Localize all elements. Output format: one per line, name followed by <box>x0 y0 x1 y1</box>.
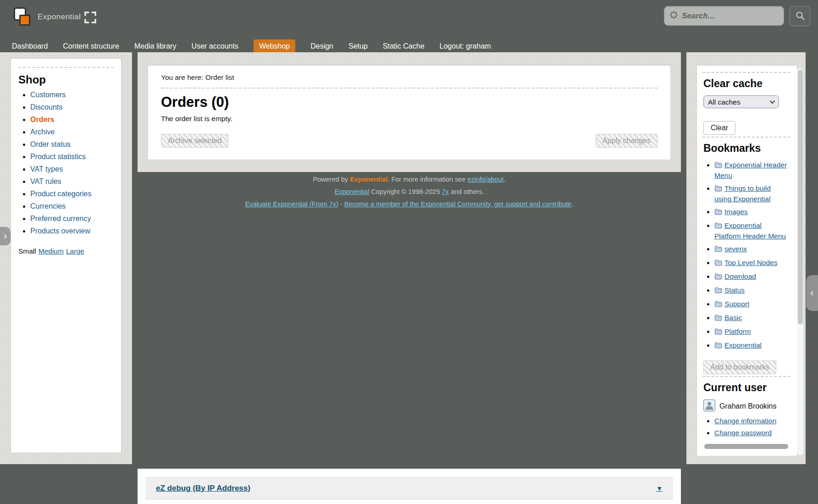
list-item: Platform <box>714 327 788 337</box>
fullscreen-icon[interactable] <box>84 11 97 24</box>
right-collapse-tab[interactable]: ‹ <box>806 275 818 311</box>
evaluate-link[interactable]: Evaluate Exponential (From 7x) <box>245 200 338 208</box>
nav-item-dashboard[interactable]: Dashboard <box>12 39 48 53</box>
sidebar-item-discounts[interactable]: Discounts <box>30 103 62 111</box>
list-item: VAT types <box>30 165 115 173</box>
search-input[interactable] <box>682 11 778 21</box>
bookmark-link[interactable]: Status <box>724 286 745 294</box>
size-medium-link[interactable]: Medium <box>39 247 64 255</box>
right-sidebar: Clear cache All caches Clear Bookmarks E… <box>696 65 797 456</box>
current-user-links: Change information Change password <box>714 417 788 437</box>
nav-item-logout[interactable]: Logout: graham <box>440 39 491 53</box>
folder-icon <box>714 208 722 217</box>
bookmark-link[interactable]: sevenx <box>724 245 747 253</box>
sidebar-item-product-statistics[interactable]: Product statistics <box>30 153 86 161</box>
vertical-scrollbar-thumb[interactable] <box>798 70 803 324</box>
bookmark-link[interactable]: Things to build using Exponential <box>714 184 771 203</box>
7x-link[interactable]: 7x <box>442 188 449 195</box>
list-item: Products overview <box>30 227 115 235</box>
chevron-left-icon: ‹ <box>810 287 813 299</box>
folder-icon <box>714 184 722 194</box>
folder-icon <box>714 314 722 323</box>
sidebar-item-order-status[interactable]: Order status <box>30 140 71 148</box>
exponential-logo[interactable] <box>14 7 34 28</box>
nav-item-design[interactable]: Design <box>310 39 333 53</box>
folder-icon <box>714 161 722 171</box>
exponential-link[interactable]: Exponential <box>335 188 370 195</box>
debug-bar: eZ debug (By IP Address) ▼ <box>145 477 673 499</box>
footer-text: . <box>571 200 573 208</box>
list-item: Support <box>714 299 788 310</box>
nav-item-webshop[interactable]: Webshop <box>254 39 295 53</box>
horizontal-scrollbar[interactable] <box>704 444 788 449</box>
sidebar-item-customers[interactable]: Customers <box>30 91 66 99</box>
bookmark-link[interactable]: Exponential Platform Header Menu <box>714 222 786 240</box>
apply-changes-button[interactable]: Apply changes <box>596 134 658 148</box>
bookmark-link[interactable]: Exponential Header Menu <box>714 161 787 179</box>
list-item: Things to build using Exponential <box>714 183 788 204</box>
list-item: Product categories <box>30 190 115 198</box>
search-box[interactable] <box>664 6 784 26</box>
change-password-link[interactable]: Change password <box>714 429 772 437</box>
divider <box>161 88 658 89</box>
avatar <box>703 399 715 413</box>
folder-icon <box>714 327 722 337</box>
nav-item-setup[interactable]: Setup <box>348 39 368 53</box>
button-row: Archive selected Apply changes <box>161 134 658 148</box>
footer-brand: Exponential <box>350 176 387 183</box>
shop-sidebar: Shop Customers Discounts Orders Archive … <box>11 58 122 453</box>
folder-icon <box>714 300 722 310</box>
nav-item-media-library[interactable]: Media library <box>134 39 177 53</box>
bookmark-link[interactable]: Exponential <box>724 341 762 349</box>
clear-cache-button[interactable]: Clear <box>703 121 735 135</box>
size-large-link[interactable]: Large <box>66 247 84 255</box>
sidebar-item-vat-types[interactable]: VAT types <box>30 165 63 173</box>
divider <box>702 376 790 377</box>
cache-select[interactable]: All caches <box>703 95 779 108</box>
footer-text: . <box>503 176 505 183</box>
empty-message: The order list is empty. <box>161 115 658 123</box>
left-collapse-tab[interactable]: › <box>0 227 11 245</box>
debug-collapse-icon[interactable]: ▼ <box>656 485 663 492</box>
ezinfo-about-link[interactable]: ezinfo/about <box>467 176 503 183</box>
archive-selected-button[interactable]: Archive selected <box>161 134 228 148</box>
nav-item-user-accounts[interactable]: User accounts <box>192 39 238 53</box>
list-item: Product statistics <box>30 153 115 161</box>
nav-item-content-structure[interactable]: Content structure <box>63 39 119 53</box>
search-button[interactable] <box>789 6 811 27</box>
list-item: Images <box>714 207 788 217</box>
sidebar-item-product-categories[interactable]: Product categories <box>30 190 91 198</box>
divider <box>702 137 790 138</box>
list-item: Basic <box>714 313 788 323</box>
folder-icon <box>714 259 722 268</box>
sidebar-item-currencies[interactable]: Currencies <box>30 202 66 210</box>
folder-icon <box>714 341 722 351</box>
sidebar-item-archive[interactable]: Archive <box>30 128 55 136</box>
footer-line-3: Evaluate Exponential (From 7x) - Become … <box>138 198 681 210</box>
bookmark-link[interactable]: Download <box>724 272 756 280</box>
sidebar-item-preferred-currency[interactable]: Preferred currency <box>30 215 91 222</box>
list-item: Exponential <box>714 340 788 351</box>
list-item: Top Level Nodes <box>714 258 788 268</box>
community-link[interactable]: Become a member of the Exponential Commu… <box>344 200 571 208</box>
current-user-title: Current user <box>703 382 788 394</box>
folder-icon <box>714 272 722 282</box>
list-item: Change information <box>714 417 788 425</box>
change-information-link[interactable]: Change information <box>714 417 776 425</box>
ez-debug-link[interactable]: eZ debug (By IP Address) <box>156 484 250 493</box>
sidebar-item-vat-rules[interactable]: VAT rules <box>30 177 61 185</box>
bookmark-link[interactable]: Basic <box>724 314 742 321</box>
bookmark-link[interactable]: Images <box>724 208 748 216</box>
sidebar-item-orders[interactable]: Orders <box>30 116 54 123</box>
list-item: sevenx <box>714 244 788 255</box>
list-item: Archive <box>30 128 115 136</box>
bookmark-link[interactable]: Top Level Nodes <box>724 259 777 266</box>
bookmark-link[interactable]: Platform <box>724 327 751 335</box>
bookmarks-list: Exponential Header Menu Things to build … <box>714 160 788 351</box>
bookmark-link[interactable]: Support <box>724 300 749 308</box>
sidebar-item-products-overview[interactable]: Products overview <box>30 227 90 235</box>
add-to-bookmarks-button[interactable]: Add to bookmarks <box>703 360 776 374</box>
nav-item-static-cache[interactable]: Static Cache <box>383 39 425 53</box>
folder-icon <box>714 222 722 231</box>
vertical-scrollbar-track[interactable] <box>797 68 803 455</box>
